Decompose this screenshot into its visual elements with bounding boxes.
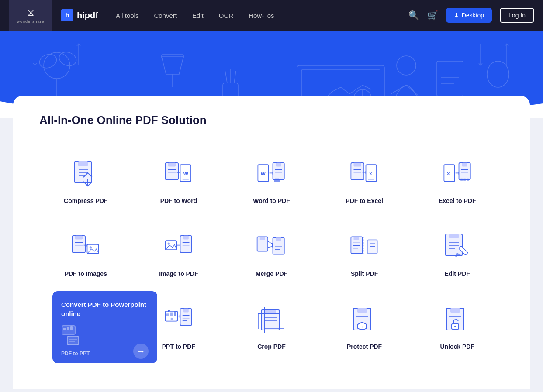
svg-rect-122 (354, 237, 359, 240)
tool-image-to-pdf[interactable]: Image to PDF (132, 217, 225, 290)
hipdf-logo[interactable]: h hipdf (61, 9, 98, 21)
svg-rect-47 (78, 161, 88, 166)
svg-rect-91 (460, 178, 463, 180)
svg-rect-131 (449, 234, 459, 238)
protect-pdf-label: Protect PDF (347, 343, 382, 350)
tool-pdf-to-excel[interactable]: X PDF to Excel (318, 144, 411, 217)
desktop-icon: ⬇ (454, 12, 459, 19)
svg-rect-67 (276, 162, 281, 166)
image-to-pdf-label: Image to PDF (159, 270, 198, 277)
crop-pdf-label: Crop PDF (257, 343, 286, 350)
svg-rect-170 (63, 328, 66, 330)
svg-text:X: X (446, 171, 450, 176)
excel-to-pdf-icon: X (440, 158, 475, 190)
svg-rect-71 (274, 178, 280, 182)
tool-word-to-pdf[interactable]: W Word to PDF (225, 144, 318, 217)
svg-point-142 (171, 317, 173, 320)
svg-rect-100 (87, 244, 99, 253)
edit-pdf-icon (440, 230, 475, 263)
svg-rect-139 (170, 312, 173, 316)
ppt-to-pdf-label: PPT to PDF (162, 343, 195, 350)
svg-point-103 (168, 242, 170, 244)
compress-pdf-label: Compress PDF (64, 197, 107, 204)
desktop-button[interactable]: ⬇ Desktop (446, 8, 492, 23)
compress-pdf-icon (68, 158, 103, 190)
edit-pdf-label: Edit PDF (445, 270, 470, 277)
svg-rect-159 (357, 308, 367, 313)
merge-pdf-icon (254, 230, 289, 263)
nav-actions: 🔍 🛒 ⬇ Desktop Log In (408, 8, 534, 23)
svg-line-21 (225, 70, 227, 83)
svg-rect-171 (67, 327, 69, 330)
svg-rect-95 (75, 235, 83, 239)
wondershare-logo: ⧖ wondershare (9, 0, 52, 31)
cart-icon[interactable]: 🛒 (427, 10, 438, 21)
merge-pdf-label: Merge PDF (256, 270, 287, 277)
protect-pdf-icon: + (347, 303, 382, 336)
page-title: All-In-One Online PDF Solution (39, 113, 504, 127)
tool-compress-pdf[interactable]: Compress PDF (39, 144, 132, 217)
navbar: ⧖ wondershare h hipdf All tools Convert … (0, 0, 543, 31)
svg-rect-127 (367, 240, 377, 254)
svg-rect-172 (70, 326, 73, 330)
word-to-pdf-icon: W (254, 158, 289, 190)
tool-merge-pdf[interactable]: Merge PDF (225, 217, 318, 290)
popup-label: PDF to PPT (61, 351, 90, 363)
svg-text:W: W (261, 170, 266, 176)
crop-pdf-icon (254, 303, 289, 336)
tool-crop-pdf[interactable]: Crop PDF (225, 290, 318, 363)
wondershare-icon: ⧖ (28, 7, 34, 18)
tool-protect-pdf[interactable]: + Protect PDF (318, 290, 411, 363)
hipdf-icon: h (61, 9, 73, 21)
svg-marker-5 (162, 57, 183, 74)
word-to-pdf-label: Word to PDF (253, 197, 290, 204)
tool-excel-to-pdf[interactable]: X Excel to PDF (411, 144, 504, 217)
nav-all-tools[interactable]: All tools (116, 12, 139, 19)
main-content: All-In-One Online PDF Solution (13, 96, 530, 389)
svg-rect-117 (276, 237, 281, 241)
tools-section: Compress PDF W (39, 144, 504, 363)
svg-point-168 (454, 326, 456, 327)
svg-rect-39 (437, 61, 463, 96)
pdf-to-images-icon (68, 230, 103, 263)
svg-rect-87 (462, 162, 467, 166)
split-pdf-icon (347, 230, 382, 263)
svg-text:W: W (183, 170, 188, 176)
pdf-to-excel-label: PDF to Excel (346, 197, 383, 204)
unlock-pdf-icon (440, 303, 475, 336)
svg-point-2 (38, 52, 59, 70)
svg-text:P: P (168, 309, 170, 312)
svg-point-3 (57, 50, 78, 68)
popup-ppt-icon (61, 325, 90, 351)
tools-grid-row1: Compress PDF W (39, 144, 504, 217)
svg-rect-146 (183, 308, 188, 312)
hipdf-text: hipdf (77, 10, 98, 21)
nav-convert[interactable]: Convert (154, 12, 177, 19)
nav-ocr[interactable]: OCR (219, 12, 233, 19)
pdf-to-excel-icon: X (347, 158, 382, 190)
image-to-pdf-icon (161, 230, 196, 263)
tool-pdf-to-word[interactable]: W PDF to Word (132, 144, 225, 217)
popup-arrow-icon[interactable]: → (133, 344, 149, 359)
tools-grid-row2: PDF to Images (39, 217, 504, 290)
svg-rect-53 (168, 162, 176, 166)
svg-point-36 (397, 56, 416, 75)
svg-text:X: X (369, 171, 373, 176)
svg-rect-102 (165, 241, 176, 250)
tool-split-pdf[interactable]: Split PDF (318, 217, 411, 290)
svg-text:+: + (361, 325, 363, 329)
nav-links: All tools Convert Edit OCR How-Tos (116, 12, 408, 19)
nav-edit[interactable]: Edit (192, 12, 204, 19)
pdf-to-ppt-popup[interactable]: Convert PDF to Powerpoint online (52, 291, 157, 363)
tool-pdf-to-images[interactable]: PDF to Images (39, 217, 132, 290)
nav-how-tos[interactable]: How-Tos (249, 12, 274, 19)
search-icon[interactable]: 🔍 (408, 10, 419, 21)
svg-rect-173 (67, 336, 79, 345)
svg-point-101 (90, 246, 92, 248)
ppt-to-pdf-icon: P (161, 303, 196, 336)
tool-edit-pdf[interactable]: Edit PDF (411, 217, 504, 290)
tool-unlock-pdf[interactable]: Unlock PDF (411, 290, 504, 363)
pdf-to-images-label: PDF to Images (65, 270, 107, 277)
split-pdf-label: Split PDF (351, 270, 378, 277)
login-button[interactable]: Log In (500, 8, 534, 23)
